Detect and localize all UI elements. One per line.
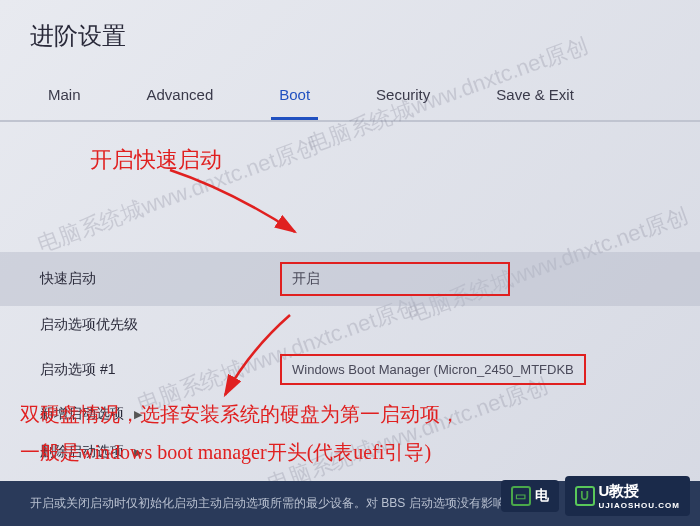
tab-security[interactable]: Security (368, 72, 438, 120)
tab-save-exit[interactable]: Save & Exit (488, 72, 582, 120)
badge-ujiaoshou: U U教授 UJIAOSHOU.COM (565, 476, 690, 516)
boot-option-1-label: 启动选项 #1 (40, 361, 280, 379)
fast-boot-label: 快速启动 (40, 270, 280, 288)
page-title: 进阶设置 (0, 0, 700, 62)
tab-advanced[interactable]: Advanced (139, 72, 222, 120)
fast-boot-value: 开启 (280, 262, 510, 296)
row-boot-option-1[interactable]: 启动选项 #1 Windows Boot Manager (Micron_245… (40, 344, 660, 395)
badge-dian: ▭ 电 (501, 480, 559, 512)
status-text: 开启或关闭启动时仅初始化启动主动启动选项所需的最少设备。对 BBS 启动选项没有… (30, 495, 517, 512)
row-boot-priority: 启动选项优先级 (40, 306, 660, 344)
monitor-icon: ▭ (511, 486, 531, 506)
tab-main[interactable]: Main (40, 72, 89, 120)
tab-boot[interactable]: Boot (271, 72, 318, 120)
row-fast-boot[interactable]: 快速启动 开启 (0, 252, 700, 306)
boot-priority-label: 启动选项优先级 (40, 316, 280, 334)
boot-option-1-value: Windows Boot Manager (Micron_2450_MTFDKB (280, 354, 586, 385)
source-badges: ▭ 电 U U教授 UJIAOSHOU.COM (501, 476, 690, 516)
annotation-boot-option: 双硬盘情况，选择安装系统的硬盘为第一启动项， 一般是windows boot m… (20, 395, 460, 471)
u-icon-box: U (575, 486, 595, 506)
tab-bar: Main Advanced Boot Security Save & Exit (0, 72, 700, 122)
